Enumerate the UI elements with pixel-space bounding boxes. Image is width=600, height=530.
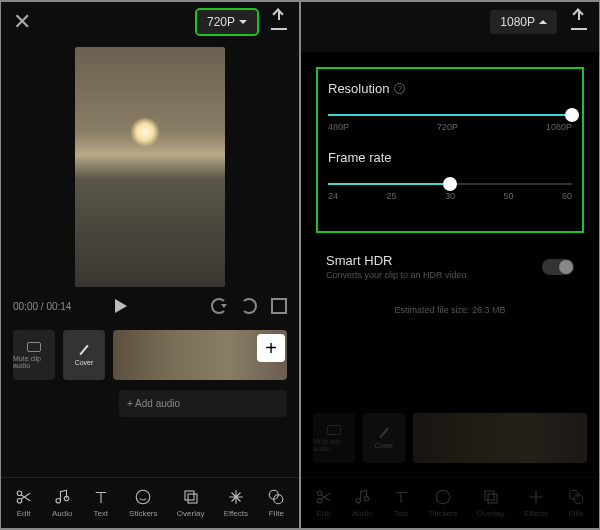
- framerate-ticks: 24 25 30 50 60: [328, 191, 572, 201]
- tool-stickers[interactable]: Stickers: [129, 488, 157, 518]
- speaker-mute-icon: [27, 342, 41, 352]
- overlay-icon: [182, 488, 200, 506]
- tool-effects[interactable]: Effects: [224, 488, 248, 518]
- resolution-value: 1080P: [500, 15, 535, 29]
- hdr-label: Smart HDR: [326, 253, 467, 268]
- circles-icon: [267, 488, 285, 506]
- resolution-value: 720P: [207, 15, 235, 29]
- tool-overlay[interactable]: Overlay: [177, 488, 205, 518]
- cover-button[interactable]: Cover: [63, 330, 105, 380]
- export-settings-panel: 1080P Resolution ? 480P 720P 1080P Frame…: [301, 2, 599, 528]
- resolution-label: Resolution ?: [328, 81, 572, 96]
- header: 1080P: [301, 2, 599, 42]
- chevron-up-icon: [539, 20, 547, 24]
- svg-point-2: [56, 499, 61, 504]
- video-preview[interactable]: [75, 47, 225, 287]
- settings-overlay: Resolution ? 480P 720P 1080P Frame rate …: [301, 52, 599, 528]
- scissors-icon: [15, 488, 33, 506]
- editor-main-panel: ✕ 720P 00:00 / 00:14 Mute clip audio Cov…: [1, 2, 299, 528]
- timeline: Mute clip audio Cover +: [1, 320, 299, 390]
- redo-icon[interactable]: [241, 298, 257, 314]
- close-icon[interactable]: ✕: [13, 9, 31, 35]
- sparkle-icon: [227, 488, 245, 506]
- tool-filters[interactable]: Filte: [267, 488, 285, 518]
- export-icon[interactable]: [571, 14, 587, 30]
- hdr-description: Converts your clip to an HDR video: [326, 270, 467, 280]
- export-icon[interactable]: [271, 14, 287, 30]
- text-icon: [92, 488, 110, 506]
- undo-icon[interactable]: [211, 298, 227, 314]
- framerate-slider[interactable]: [328, 183, 572, 185]
- header: ✕ 720P: [1, 2, 299, 42]
- svg-rect-5: [185, 491, 194, 500]
- bottom-toolbar: Edit Audio Text Stickers Overlay Effects…: [1, 477, 299, 528]
- slider-thumb[interactable]: [443, 177, 457, 191]
- hdr-toggle[interactable]: [542, 259, 574, 275]
- pencil-icon: [79, 345, 88, 355]
- smile-icon: [134, 488, 152, 506]
- resolution-button[interactable]: 1080P: [490, 10, 557, 34]
- resolution-button[interactable]: 720P: [197, 10, 257, 34]
- resolution-slider[interactable]: [328, 114, 572, 116]
- time-display: 00:00 / 00:14: [13, 301, 71, 312]
- playback-controls: 00:00 / 00:14: [1, 292, 299, 320]
- framerate-label: Frame rate: [328, 150, 572, 165]
- add-audio-button[interactable]: + Add audio: [119, 390, 287, 417]
- mute-clip-button[interactable]: Mute clip audio: [13, 330, 55, 380]
- music-icon: [53, 488, 71, 506]
- fullscreen-icon[interactable]: [271, 298, 287, 314]
- help-icon[interactable]: ?: [394, 83, 405, 94]
- resolution-framerate-group: Resolution ? 480P 720P 1080P Frame rate …: [316, 67, 584, 233]
- resolution-ticks: 480P 720P 1080P: [328, 122, 572, 132]
- svg-point-4: [137, 490, 151, 504]
- svg-rect-6: [188, 494, 197, 503]
- tool-text[interactable]: Text: [92, 488, 110, 518]
- estimated-size: Estimated file size: 26.3 MB: [316, 305, 584, 315]
- slider-thumb[interactable]: [565, 108, 579, 122]
- tool-edit[interactable]: Edit: [15, 488, 33, 518]
- tool-audio[interactable]: Audio: [52, 488, 72, 518]
- add-clip-button[interactable]: +: [257, 334, 285, 362]
- chevron-down-icon: [239, 20, 247, 24]
- smart-hdr-row: Smart HDR Converts your clip to an HDR v…: [316, 248, 584, 285]
- play-button[interactable]: [115, 299, 127, 313]
